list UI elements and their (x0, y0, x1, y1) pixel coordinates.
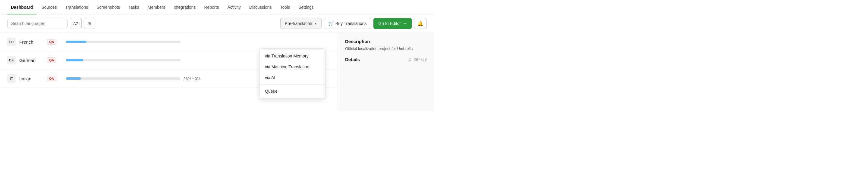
go-editor-button[interactable]: Go to Editor → (373, 18, 412, 29)
cart-icon: 🛒 (329, 21, 334, 26)
progress-bar-bg-it (66, 77, 181, 80)
toolbar: AZ ⊞ Pre-translation ▼ 🛒 Buy Translation… (0, 14, 434, 33)
dropdown-item-queue[interactable]: Queue (259, 86, 325, 96)
progress-bar-bg-de (66, 59, 181, 62)
nav-item-integrations[interactable]: Integrations (170, 0, 199, 14)
buy-translations-label: Buy Translations (336, 21, 367, 26)
notifications-button[interactable]: 🔔 (414, 18, 427, 29)
az-sort-button[interactable]: AZ (70, 18, 82, 29)
dropdown-item-via-ai[interactable]: via AI (259, 72, 325, 83)
description-title: Description (345, 39, 427, 44)
details-title: Details (345, 57, 360, 62)
nav-item-reports[interactable]: Reports (200, 0, 222, 14)
search-input[interactable] (11, 21, 64, 26)
progress-bar-fill-it (66, 77, 81, 80)
az-label: AZ (73, 22, 79, 26)
nav-item-translations[interactable]: Translations (61, 0, 92, 14)
lang-code-de: DE (7, 56, 16, 65)
qa-badge-fr: QA (47, 39, 56, 44)
right-panel: Description Official localization projec… (338, 33, 434, 111)
progress-area-fr (66, 41, 331, 43)
progress-text-it: 26% • 0% (184, 76, 201, 81)
nav-item-members[interactable]: Members (144, 0, 169, 14)
grid-icon: ⊞ (88, 22, 91, 26)
go-editor-label: Go to Editor (378, 21, 401, 26)
dropdown-item-via-machine-translation[interactable]: via Machine Translation (259, 62, 325, 72)
progress-bar-fill-de (66, 59, 83, 62)
lang-name-fr: French (19, 39, 43, 44)
details-row: Details ID: 387763 (345, 57, 427, 62)
nav-item-dashboard[interactable]: Dashboard (7, 0, 36, 14)
qa-badge-de: QA (47, 57, 56, 63)
search-box[interactable] (7, 19, 67, 28)
dropdown-divider (259, 84, 325, 85)
lang-name-de: German (19, 58, 43, 63)
bell-icon: 🔔 (417, 21, 424, 27)
pre-translation-button[interactable]: Pre-translation ▼ (280, 18, 321, 29)
project-id: ID: 387763 (407, 57, 427, 62)
nav-item-tools[interactable]: Tools (276, 0, 293, 14)
caret-icon: ▼ (314, 22, 317, 25)
grid-view-button[interactable]: ⊞ (84, 18, 95, 29)
lang-name-it: Italian (19, 76, 43, 81)
progress-bar-fill-fr (66, 41, 87, 43)
description-text: Official localization project for Umbrel… (345, 46, 427, 51)
main-content: FR French QA DE German QA IT Italian Q (0, 33, 434, 111)
nav-item-sources[interactable]: Sources (38, 0, 60, 14)
buy-translations-button[interactable]: 🛒 Buy Translations (324, 18, 371, 29)
pre-translation-dropdown: via Translation Memoryvia Machine Transl… (259, 48, 326, 99)
nav-item-tasks[interactable]: Tasks (125, 0, 143, 14)
nav-item-screenshots[interactable]: Screenshots (93, 0, 124, 14)
arrow-icon: → (403, 21, 407, 26)
progress-bar-bg-fr (66, 41, 181, 43)
nav-bar: DashboardSourcesTranslationsScreenshotsT… (0, 0, 434, 14)
nav-item-settings[interactable]: Settings (295, 0, 317, 14)
dropdown-item-via-translation-memory[interactable]: via Translation Memory (259, 50, 325, 62)
nav-item-discussions[interactable]: Discussions (246, 0, 276, 14)
pre-translation-label: Pre-translation (285, 21, 312, 26)
nav-item-activity[interactable]: Activity (224, 0, 244, 14)
qa-badge-it: QA (47, 76, 56, 81)
lang-code-fr: FR (7, 38, 16, 46)
lang-code-it: IT (7, 74, 16, 83)
